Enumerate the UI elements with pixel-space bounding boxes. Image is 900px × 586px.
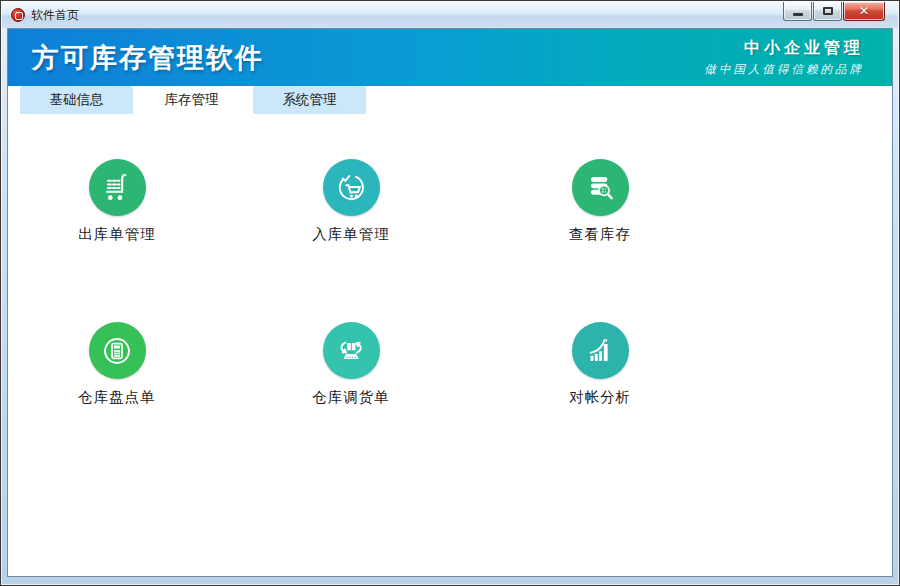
main-content: 出库单管理 入库单管理 bbox=[8, 114, 892, 576]
tab-system-management[interactable]: 系统管理 bbox=[253, 86, 366, 114]
minimize-icon bbox=[793, 13, 803, 16]
feature-label: 仓库盘点单 bbox=[47, 388, 187, 407]
maximize-button[interactable] bbox=[813, 2, 842, 21]
feature-reconciliation-analysis[interactable]: 对帐分析 bbox=[530, 322, 670, 407]
feature-inbound-orders[interactable]: 入库单管理 bbox=[281, 159, 421, 244]
feature-label: 出库单管理 bbox=[47, 225, 187, 244]
calculator-icon[interactable] bbox=[89, 322, 146, 379]
brand-slogan-sub: 做中国人值得信赖的品牌 bbox=[705, 62, 865, 77]
app-title: 方可库存管理软件 bbox=[32, 40, 264, 76]
box-transfer-glyph bbox=[333, 333, 369, 369]
feature-label: 查看库存 bbox=[530, 225, 670, 244]
tab-basic-info[interactable]: 基础信息 bbox=[20, 86, 133, 114]
brand-slogan-main: 中小企业管理 bbox=[705, 38, 865, 59]
tab-inventory-management[interactable]: 库存管理 bbox=[135, 86, 248, 114]
database-search-icon[interactable] bbox=[572, 159, 629, 216]
cart-refresh-icon[interactable] bbox=[323, 159, 380, 216]
database-search-glyph bbox=[582, 170, 618, 206]
window-controls: ✕ bbox=[782, 2, 885, 21]
minimize-button[interactable] bbox=[783, 2, 812, 21]
box-transfer-icon[interactable] bbox=[323, 322, 380, 379]
feature-view-stock[interactable]: 查看库存 bbox=[530, 159, 670, 244]
app-icon bbox=[11, 8, 25, 22]
feature-label: 仓库调货单 bbox=[281, 388, 421, 407]
feature-label: 对帐分析 bbox=[530, 388, 670, 407]
title-bar[interactable]: 软件首页 ✕ bbox=[2, 2, 898, 28]
feature-transfer-orders[interactable]: 仓库调货单 bbox=[281, 322, 421, 407]
app-header: 方可库存管理软件 中小企业管理 做中国人值得信赖的品牌 bbox=[8, 29, 892, 86]
window-title: 软件首页 bbox=[31, 7, 79, 24]
chart-growth-icon[interactable] bbox=[572, 322, 629, 379]
close-icon: ✕ bbox=[859, 5, 869, 17]
feature-outbound-orders[interactable]: 出库单管理 bbox=[47, 159, 187, 244]
window-body: 方可库存管理软件 中小企业管理 做中国人值得信赖的品牌 基础信息 库存管理 系统… bbox=[7, 28, 893, 577]
brand-block: 中小企业管理 做中国人值得信赖的品牌 bbox=[705, 38, 865, 77]
tab-bar: 基础信息 库存管理 系统管理 bbox=[8, 86, 892, 114]
close-button[interactable]: ✕ bbox=[843, 2, 885, 21]
app-window: 软件首页 ✕ 方可库存管理软件 中小企业管理 做中国人值得信赖的品牌 基础信息 bbox=[0, 0, 900, 586]
feature-label: 入库单管理 bbox=[281, 225, 421, 244]
maximize-icon bbox=[823, 7, 833, 15]
shopping-cart-icon[interactable] bbox=[89, 159, 146, 216]
feature-stocktaking[interactable]: 仓库盘点单 bbox=[47, 322, 187, 407]
